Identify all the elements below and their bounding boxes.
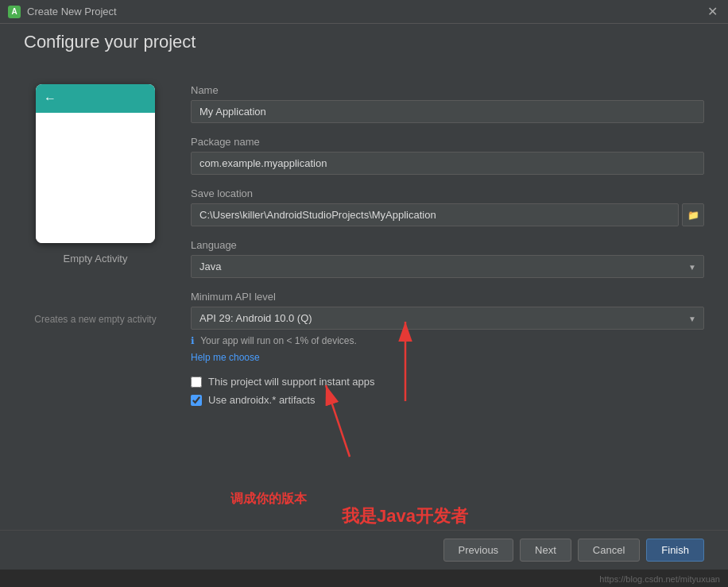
folder-browse-button[interactable]: 📁 xyxy=(682,203,704,226)
api-select-wrapper: API 29: Android 10.0 (Q) API 28: Android… xyxy=(191,307,704,330)
back-arrow-icon: ← xyxy=(44,91,56,106)
preview-toolbar: ← xyxy=(36,84,155,113)
language-label: Language xyxy=(191,239,704,251)
preview-body xyxy=(36,113,155,243)
left-panel: ← Empty Activity Creates a new empty act… xyxy=(24,84,167,514)
url-bar: https://blog.csdn.net/mityuxuan xyxy=(599,574,720,584)
title-bar: A Create New Project ✕ xyxy=(0,0,728,24)
language-select[interactable]: Java Kotlin xyxy=(191,255,704,278)
main-content: ← Empty Activity Creates a new empty act… xyxy=(0,68,728,530)
main-window: A Create New Project ✕ Configure your pr… xyxy=(0,0,728,587)
name-label: Name xyxy=(191,84,704,96)
language-select-wrapper: Java Kotlin xyxy=(191,255,704,278)
activity-description: Creates a new empty activity xyxy=(34,312,156,326)
name-group: Name xyxy=(191,84,704,123)
androidx-checkbox[interactable] xyxy=(191,395,202,406)
package-input[interactable] xyxy=(191,152,704,175)
cancel-button[interactable]: Cancel xyxy=(578,539,640,562)
activity-label: Empty Activity xyxy=(64,253,128,265)
footer: Previous Next Cancel Finish xyxy=(0,530,728,570)
save-location-group: Save location 📁 xyxy=(191,187,704,226)
instant-apps-label: This project will support instant apps xyxy=(208,376,375,388)
save-input-row: 📁 xyxy=(191,203,704,226)
androidx-label: Use androidx.* artifacts xyxy=(208,394,315,406)
next-button[interactable]: Next xyxy=(520,539,571,562)
instant-apps-checkbox[interactable] xyxy=(191,377,202,388)
close-button[interactable]: ✕ xyxy=(704,4,720,20)
window-title: Create New Project xyxy=(27,6,117,17)
info-icon: ℹ xyxy=(191,335,195,346)
androidx-item: Use androidx.* artifacts xyxy=(191,394,704,406)
name-input[interactable] xyxy=(191,100,704,123)
right-panel: Name Package name Save location 📁 Langua… xyxy=(191,84,704,514)
language-group: Language Java Kotlin xyxy=(191,239,704,278)
api-label: Minimum API level xyxy=(191,291,704,303)
package-label: Package name xyxy=(191,136,704,148)
api-info: ℹ Your app will run on < 1% of devices. xyxy=(191,335,704,346)
save-label: Save location xyxy=(191,187,704,199)
save-input[interactable] xyxy=(191,203,679,226)
phone-preview: ← xyxy=(36,84,155,243)
app-icon: A xyxy=(8,6,21,18)
previous-button[interactable]: Previous xyxy=(443,539,514,562)
api-select[interactable]: API 29: Android 10.0 (Q) API 28: Android… xyxy=(191,307,704,330)
instant-apps-item: This project will support instant apps xyxy=(191,376,704,388)
help-me-choose-link[interactable]: Help me choose xyxy=(191,352,704,363)
api-level-group: Minimum API level API 29: Android 10.0 (… xyxy=(191,291,704,363)
finish-button[interactable]: Finish xyxy=(646,539,704,562)
package-group: Package name xyxy=(191,136,704,175)
page-title: Configure your project xyxy=(0,24,728,52)
checkbox-group: This project will support instant apps U… xyxy=(191,376,704,406)
